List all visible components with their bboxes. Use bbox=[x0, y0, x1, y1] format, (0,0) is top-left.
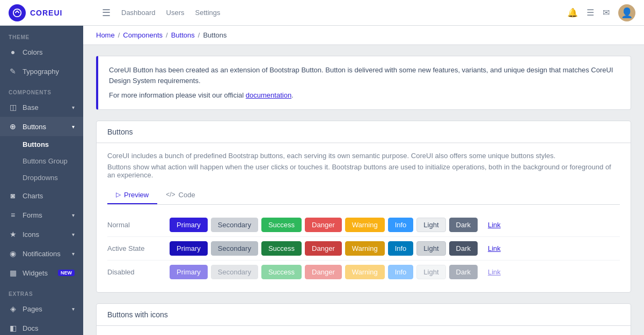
sidebar-item-widgets[interactable]: ▦ Widgets NEW bbox=[0, 263, 83, 282]
svg-point-0 bbox=[13, 9, 21, 16]
chevron-down-icon: ▾ bbox=[72, 105, 75, 110]
subitem-label: Dropdowns bbox=[23, 174, 58, 182]
hamburger-menu[interactable]: ☰ bbox=[102, 7, 111, 19]
btn-dark-disabled: Dark bbox=[449, 265, 478, 279]
sidebar-item-label: Widgets bbox=[23, 269, 48, 277]
logo-area: COREUI bbox=[9, 4, 91, 21]
btn-light-normal[interactable]: Light bbox=[416, 218, 445, 232]
breadcrumb-buttons[interactable]: Buttons bbox=[171, 31, 195, 39]
sidebar: THEME ● Colors ✎ Typography COMPONENTS ◫… bbox=[0, 26, 83, 335]
info-text-1: CoreUI Button has been created as an ext… bbox=[109, 65, 620, 86]
btn-success-normal[interactable]: Success bbox=[261, 218, 302, 232]
btn-warning-disabled: Warning bbox=[345, 265, 385, 279]
btn-info-normal[interactable]: Info bbox=[388, 218, 414, 232]
sidebar-section-extras: EXTRAS bbox=[0, 282, 83, 299]
sidebar-item-buttons[interactable]: ⊕ Buttons ▾ bbox=[0, 117, 83, 136]
main-layout: THEME ● Colors ✎ Typography COMPONENTS ◫… bbox=[0, 26, 644, 335]
sidebar-subitem-buttons-group[interactable]: Buttons Group bbox=[0, 153, 83, 169]
buttons-card: Buttons CoreUI includes a bunch of prede… bbox=[96, 121, 631, 293]
sidebar-item-colors[interactable]: ● Colors bbox=[0, 42, 83, 62]
btn-warning-active[interactable]: Warning bbox=[345, 241, 385, 256]
nav-link-settings[interactable]: Settings bbox=[195, 9, 221, 17]
sidebar-item-label: Typography bbox=[23, 68, 59, 76]
nav-link-users[interactable]: Users bbox=[166, 9, 185, 17]
btn-link-disabled: Link bbox=[481, 265, 508, 279]
info-text-2: For more information please visit our of… bbox=[109, 90, 620, 101]
buttons-icons-card-body: You can combine button with our CoreUI I… bbox=[97, 326, 631, 336]
btn-dark-active[interactable]: Dark bbox=[449, 241, 478, 256]
nav-link-dashboard[interactable]: Dashboard bbox=[121, 9, 156, 17]
btn-primary-disabled: Primary bbox=[170, 265, 208, 279]
row-label-active: Active State bbox=[107, 244, 166, 252]
buttons-card-header: Buttons bbox=[97, 121, 631, 143]
sidebar-item-pages[interactable]: ◈ Pages ▾ bbox=[0, 299, 83, 318]
sidebar-item-label: Docs bbox=[23, 324, 39, 332]
sidebar-item-label: Forms bbox=[23, 211, 42, 219]
bell-icon[interactable]: 🔔 bbox=[567, 8, 578, 18]
btn-light-active[interactable]: Light bbox=[416, 241, 445, 256]
btn-danger-active[interactable]: Danger bbox=[305, 241, 342, 256]
main-content: Home / Components / Buttons / Buttons Co… bbox=[83, 26, 644, 335]
notifications-icon: ◉ bbox=[9, 249, 17, 258]
sidebar-section-components: COMPONENTS bbox=[0, 81, 83, 98]
btn-success-active[interactable]: Success bbox=[261, 241, 302, 256]
sidebar-subitem-dropdowns[interactable]: Dropdowns bbox=[0, 169, 83, 186]
breadcrumb-current: Buttons bbox=[203, 31, 226, 39]
logo-text: COREUI bbox=[30, 9, 62, 17]
btn-link-normal[interactable]: Link bbox=[481, 218, 508, 232]
btn-link-active[interactable]: Link bbox=[481, 241, 508, 256]
sidebar-item-label: Icons bbox=[23, 230, 39, 239]
tab-preview[interactable]: ▷ Preview bbox=[107, 187, 157, 204]
charts-icon: ◙ bbox=[9, 191, 17, 200]
sidebar-item-typography[interactable]: ✎ Typography bbox=[0, 62, 83, 81]
breadcrumb-home[interactable]: Home bbox=[96, 31, 115, 39]
chevron-down-icon: ▾ bbox=[72, 306, 75, 312]
user-avatar[interactable]: 👤 bbox=[618, 4, 635, 21]
btn-info-active[interactable]: Info bbox=[388, 241, 414, 256]
subitem-label: Buttons Group bbox=[23, 157, 68, 165]
sidebar-item-docs[interactable]: ◧ Docs bbox=[0, 318, 83, 335]
btn-warning-normal[interactable]: Warning bbox=[345, 218, 385, 232]
btn-danger-disabled: Danger bbox=[305, 265, 342, 279]
sidebar-item-base[interactable]: ◫ Base ▾ bbox=[0, 98, 83, 117]
buttons-card-body: CoreUI includes a bunch of predefined Bo… bbox=[97, 143, 631, 292]
row-label-normal: Normal bbox=[107, 221, 166, 229]
subitem-label: Buttons bbox=[23, 140, 49, 148]
sidebar-item-icons[interactable]: ★ Icons ▾ bbox=[0, 225, 83, 244]
btn-secondary-normal[interactable]: Secondary bbox=[211, 218, 258, 232]
breadcrumb-components[interactable]: Components bbox=[123, 31, 163, 39]
forms-icon: ≡ bbox=[9, 211, 17, 219]
tab-code[interactable]: </> Code bbox=[157, 187, 203, 204]
page-content: CoreUI Button has been created as an ext… bbox=[83, 45, 644, 335]
btn-success-disabled: Success bbox=[261, 265, 302, 279]
buttons-icons-card-header: Buttons with icons bbox=[97, 304, 631, 326]
btn-row-normal: Normal Primary Secondary Success Danger … bbox=[107, 213, 620, 237]
btn-secondary-disabled: Secondary bbox=[211, 265, 258, 279]
btn-danger-normal[interactable]: Danger bbox=[305, 218, 342, 232]
chevron-down-icon: ▾ bbox=[72, 124, 75, 130]
logo-icon bbox=[9, 4, 26, 21]
chevron-down-icon: ▾ bbox=[72, 251, 75, 257]
sidebar-item-notifications[interactable]: ◉ Notifications ▾ bbox=[0, 244, 83, 263]
buttons-icon: ⊕ bbox=[9, 122, 17, 131]
typography-icon: ✎ bbox=[9, 67, 17, 76]
buttons-icons-card: Buttons with icons You can combine butto… bbox=[96, 303, 631, 336]
btn-secondary-active[interactable]: Secondary bbox=[211, 241, 258, 256]
sidebar-item-label: Pages bbox=[23, 305, 42, 313]
btn-dark-normal[interactable]: Dark bbox=[449, 218, 478, 232]
btn-primary-normal[interactable]: Primary bbox=[170, 218, 208, 232]
btn-primary-active[interactable]: Primary bbox=[170, 241, 208, 256]
sidebar-subitem-buttons[interactable]: Buttons bbox=[0, 136, 83, 153]
sidebar-item-charts[interactable]: ◙ Charts bbox=[0, 186, 83, 205]
docs-link[interactable]: documentation bbox=[246, 91, 291, 99]
sidebar-item-forms[interactable]: ≡ Forms ▾ bbox=[0, 205, 83, 225]
chevron-down-icon: ▾ bbox=[72, 212, 75, 218]
sidebar-section-theme: THEME bbox=[0, 26, 83, 42]
list-icon[interactable]: ☰ bbox=[587, 8, 594, 18]
play-icon: ▷ bbox=[116, 191, 121, 198]
sidebar-item-label: Buttons bbox=[23, 123, 46, 131]
buttons-desc-1: CoreUI includes a bunch of predefined Bo… bbox=[107, 152, 620, 160]
breadcrumb: Home / Components / Buttons / Buttons bbox=[83, 26, 644, 45]
nav-links: Dashboard Users Settings bbox=[121, 9, 221, 17]
mail-icon[interactable]: ✉ bbox=[603, 8, 610, 18]
